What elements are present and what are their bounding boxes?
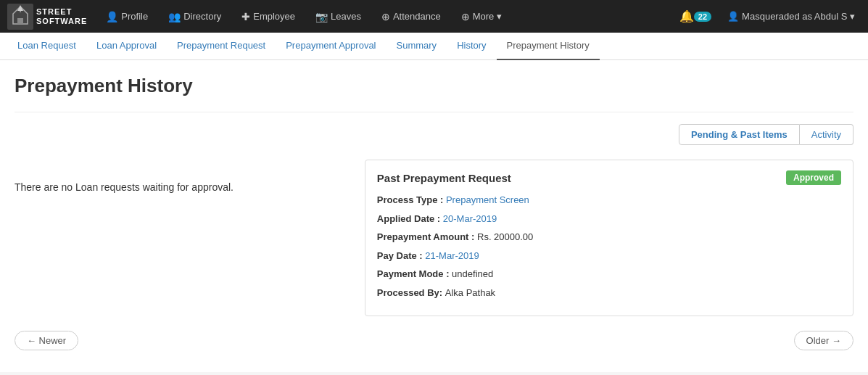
approved-badge: Approved [786,170,841,185]
pay-date-label: Pay Date : [377,250,425,261]
sub-tab-loan-request[interactable]: Loan Request [7,33,86,60]
prepayment-amount-value: Rs. 20000.00 [477,231,533,242]
user-menu[interactable]: 👤 Masqueraded as Abdul S ▾ [722,11,861,22]
employee-icon: ✚ [241,11,250,22]
card-pay-date: Pay Date : 21-Mar-2019 [377,249,841,263]
card-prepayment-amount: Prepayment Amount : Rs. 20000.00 [377,230,841,244]
logo-icon [7,4,33,30]
nav-employee[interactable]: ✚ Employee [233,0,304,33]
card-title: Past Prepayment Request [377,172,841,184]
pay-date-value: 21-Mar-2019 [425,250,479,261]
svg-rect-2 [17,18,23,24]
page-title: Prepayment History [15,75,853,97]
older-button[interactable]: Older → [794,331,853,350]
card-applied-date: Applied Date : 20-Mar-2019 [377,212,841,226]
brand: STREET SOFTWARE [7,4,87,30]
processed-by-value: Alka Pathak [445,287,495,298]
processed-by-label: Processed By: [377,287,445,298]
activity-tab[interactable]: Activity [800,124,853,145]
bell-icon: 🔔 [679,9,694,23]
sub-tab-loan-approval[interactable]: Loan Approval [86,33,167,60]
nav-leaves[interactable]: 📷 Leaves [307,0,370,33]
divider [15,112,853,112]
directory-icon: 👥 [168,11,181,22]
prepayment-card: Approved Past Prepayment Request Process… [365,160,853,316]
sub-tab-prepayment-request[interactable]: Prepayment Request [167,33,276,60]
leaves-icon: 📷 [315,11,328,22]
view-tabs: Pending & Past Items Activity [15,124,853,145]
top-navbar: STREET SOFTWARE 👤 Profile 👥 Directory ✚ … [0,0,868,33]
nav-more[interactable]: ⊕ More ▾ [452,0,511,33]
page-content: Prepayment History Pending & Past Items … [0,60,868,372]
navbar-right: 🔔 22 👤 Masqueraded as Abdul S ▾ [674,9,861,23]
brand-text: STREET SOFTWARE [36,7,87,25]
applied-date-label: Applied Date : [377,213,443,224]
sub-tab-prepayment-approval[interactable]: Prepayment Approval [276,33,386,60]
pagination-row: ← Newer Older → [15,331,853,350]
more-icon: ⊕ [461,11,470,22]
attendance-icon: ⊕ [381,11,390,22]
pending-past-tab[interactable]: Pending & Past Items [679,124,800,145]
nav-attendance[interactable]: ⊕ Attendance [373,0,450,33]
sub-tab-history[interactable]: History [447,33,496,60]
card-payment-mode: Payment Mode : undefined [377,267,841,281]
payment-mode-label: Payment Mode : [377,268,452,279]
sub-tab-summary[interactable]: Summary [387,33,447,60]
process-type-value: Prepayment Screen [446,194,529,205]
sub-tabs-bar: Loan Request Loan Approval Prepayment Re… [0,33,868,60]
card-processed-by: Processed By: Alka Pathak [377,286,841,300]
process-type-label: Process Type : [377,194,446,205]
sub-tab-prepayment-history[interactable]: Prepayment History [497,33,600,60]
prepayment-amount-label: Prepayment Amount : [377,231,477,242]
no-requests-message: There are no Loan requests waiting for a… [15,167,233,207]
user-icon: 👤 [727,11,739,22]
newer-button[interactable]: ← Newer [15,331,78,350]
nav-directory[interactable]: 👥 Directory [160,0,230,33]
applied-date-value: 20-Mar-2019 [443,213,497,224]
card-process-type: Process Type : Prepayment Screen [377,193,841,207]
nav-profile[interactable]: 👤 Profile [97,0,157,33]
bell-wrapper[interactable]: 🔔 22 [674,9,717,23]
left-panel: There are no Loan requests waiting for a… [15,160,350,207]
main-row: There are no Loan requests waiting for a… [15,160,853,316]
notification-badge: 22 [694,12,711,22]
payment-mode-value: undefined [452,268,493,279]
profile-icon: 👤 [106,11,118,22]
card-header: Approved Past Prepayment Request [377,172,841,184]
